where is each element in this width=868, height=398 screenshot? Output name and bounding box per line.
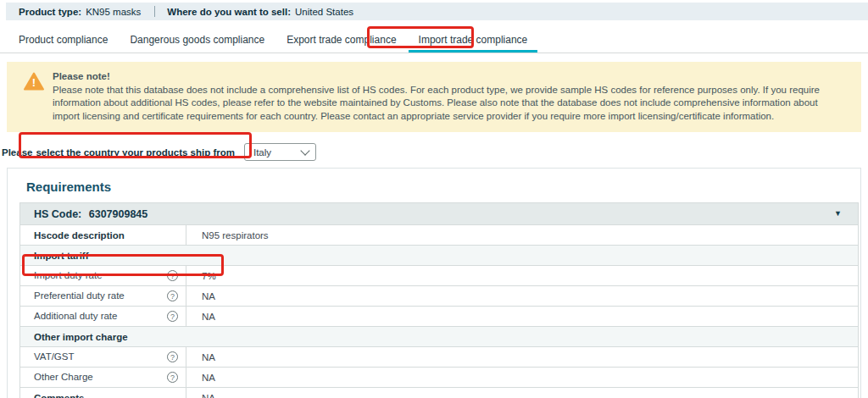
chevron-down-icon xyxy=(300,146,309,155)
row-label: VAT/GST? xyxy=(20,347,186,368)
hs-code-label: HS Code: xyxy=(34,208,81,220)
row-label: Hscode description xyxy=(20,225,186,246)
row-label: Other Charge? xyxy=(20,368,186,388)
table-row: Other Charge?NA xyxy=(20,368,859,388)
section-row: Import tariff xyxy=(20,246,859,266)
country-selector-row: Please select the country your products … xyxy=(2,143,868,161)
country-label-prefix: Please xyxy=(2,147,32,158)
tab-product-compliance[interactable]: Product compliance xyxy=(8,28,118,53)
row-value: NA xyxy=(186,368,859,388)
table-row: VAT/GST?NA xyxy=(20,347,859,368)
help-icon[interactable]: ? xyxy=(167,351,178,362)
collapse-caret-icon[interactable]: ▼ xyxy=(834,209,842,218)
help-icon[interactable]: ? xyxy=(167,290,178,301)
hs-code-header-row[interactable]: HS Code: 6307909845 ▼ xyxy=(20,203,859,225)
row-value: 7% xyxy=(186,266,859,286)
svg-text:!: ! xyxy=(32,76,36,89)
row-label: Comments xyxy=(20,388,186,398)
row-label: Import duty rate? xyxy=(20,266,186,286)
requirements-panel: Requirements HS Code: 6307909845 ▼ Hscod… xyxy=(7,168,861,398)
country-dropdown-value: Italy xyxy=(253,147,271,158)
product-type-label: Product type: xyxy=(19,7,81,17)
sell-location-value: United States xyxy=(295,7,353,17)
sell-location-label: Where do you want to sell: xyxy=(167,7,291,17)
table-row: Additional duty rate?NA xyxy=(20,307,859,327)
tab-export-trade-compliance[interactable]: Export trade compliance xyxy=(276,28,406,53)
context-bar: Product type: KN95 masks Where do you wa… xyxy=(6,3,868,20)
row-value: NA xyxy=(186,347,859,368)
section-label: Import tariff xyxy=(20,246,859,266)
notice-banner: ! Please note! Please note that this dat… xyxy=(7,62,861,132)
section-label: Other import charge xyxy=(20,327,859,347)
row-value: NA xyxy=(186,388,859,398)
table-row: Hscode descriptionN95 respirators xyxy=(20,225,859,246)
country-dropdown[interactable]: Italy xyxy=(244,143,316,161)
warning-triangle-icon: ! xyxy=(24,72,44,123)
row-label: Preferential duty rate? xyxy=(20,286,186,307)
notice-title: Please note! xyxy=(53,70,844,84)
product-type-value: KN95 masks xyxy=(86,7,141,17)
table-row: Import duty rate?7% xyxy=(20,266,859,286)
country-label: select the country your products ship fr… xyxy=(36,147,235,158)
tab-dangerous-goods-compliance[interactable]: Dangerous goods compliance xyxy=(120,28,275,53)
help-icon[interactable]: ? xyxy=(167,270,178,281)
notice-body: Please note that this database does not … xyxy=(53,84,844,124)
row-label: Additional duty rate? xyxy=(20,307,186,327)
row-value: NA xyxy=(186,286,859,307)
requirements-title: Requirements xyxy=(26,180,849,194)
row-value: N95 respirators xyxy=(186,225,859,246)
hs-code-value: 6307909845 xyxy=(89,208,148,220)
requirements-table: HS Code: 6307909845 ▼ Hscode description… xyxy=(19,202,859,398)
table-row: Preferential duty rate?NA xyxy=(20,286,859,307)
table-row: CommentsNA xyxy=(20,388,859,398)
help-icon[interactable]: ? xyxy=(167,372,178,383)
tab-import-trade-compliance[interactable]: Import trade compliance xyxy=(409,28,538,53)
divider xyxy=(154,6,155,17)
help-icon[interactable]: ? xyxy=(167,311,178,322)
row-value: NA xyxy=(186,307,859,327)
compliance-tabs: Product complianceDangerous goods compli… xyxy=(0,28,868,53)
section-row: Other import charge xyxy=(20,327,859,347)
